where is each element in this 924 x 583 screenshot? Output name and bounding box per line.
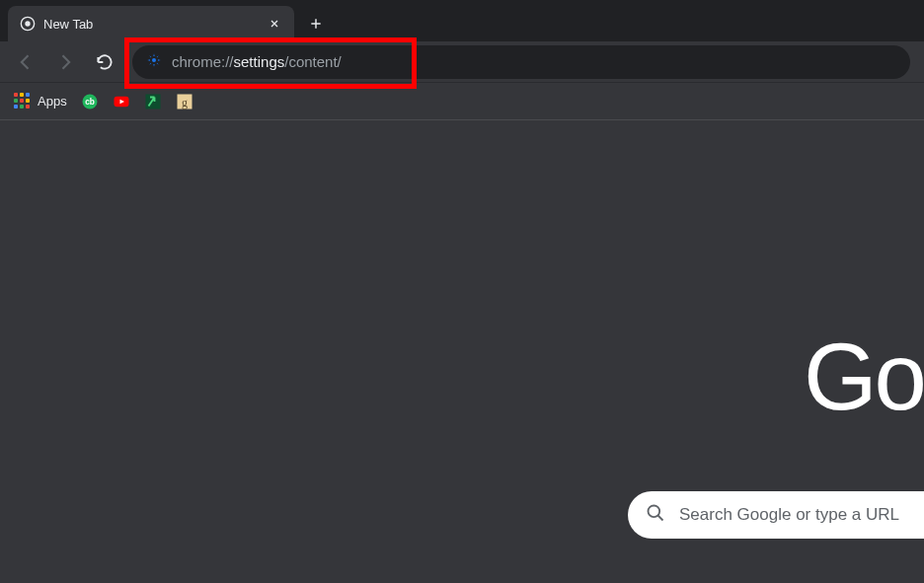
svg-point-1 (25, 21, 30, 26)
bookmark-icon-green (144, 93, 162, 110)
bookmark-icon-cb: cb (81, 93, 99, 110)
search-icon (646, 503, 665, 527)
search-box[interactable]: Search Google or type a URL (628, 491, 924, 539)
youtube-icon (113, 93, 130, 110)
bookmark-cb[interactable]: cb (81, 93, 99, 110)
forward-button[interactable] (47, 44, 83, 80)
url-text: chrome://settings/content/ (172, 53, 342, 70)
browser-tab[interactable]: New Tab (8, 6, 294, 41)
google-logo: Go (804, 323, 924, 431)
svg-point-2 (152, 58, 156, 62)
svg-point-9 (649, 506, 660, 518)
close-tab-icon[interactable] (267, 16, 282, 32)
address-bar[interactable]: chrome://settings/content/ (132, 45, 910, 79)
settings-gear-icon (146, 52, 162, 71)
back-button[interactable] (8, 44, 43, 80)
goodreads-icon: g (176, 93, 193, 110)
apps-label: Apps (38, 94, 67, 109)
chrome-favicon-icon (20, 16, 36, 32)
apps-grid-icon (14, 93, 32, 110)
bookmark-youtube[interactable] (113, 93, 130, 110)
new-tab-content: Go Search Google or type a URL (0, 120, 924, 583)
toolbar: chrome://settings/content/ (0, 41, 924, 83)
bookmarks-bar: Apps cb g (0, 83, 924, 120)
new-tab-button[interactable] (302, 10, 330, 37)
reload-button[interactable] (87, 44, 122, 80)
tab-strip: New Tab (0, 0, 924, 41)
apps-bookmark[interactable]: Apps (14, 93, 67, 110)
bookmark-goodreads[interactable]: g (176, 93, 193, 110)
search-placeholder: Search Google or type a URL (679, 505, 899, 525)
svg-text:cb: cb (85, 98, 95, 107)
svg-text:g: g (182, 95, 188, 109)
bookmark-green[interactable] (144, 93, 162, 110)
tab-title: New Tab (43, 17, 259, 32)
